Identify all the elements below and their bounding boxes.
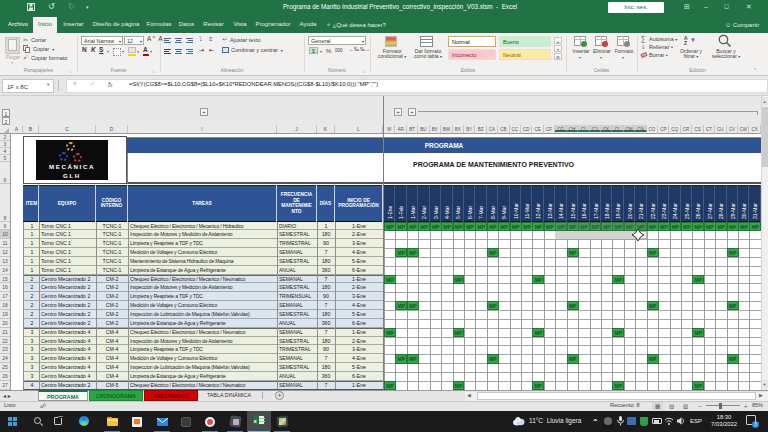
svg-text:21-Mar: 21-Mar — [638, 203, 644, 219]
svg-text:12-Mar: 12-Mar — [535, 203, 541, 219]
svg-text:5-Mar: 5-Mar — [455, 206, 461, 219]
svg-text:15-Mar: 15-Mar — [570, 203, 576, 219]
svg-text:8-Mar: 8-Mar — [490, 206, 496, 219]
svg-text:27-Mar: 27-Mar — [707, 203, 713, 219]
svg-text:1-Mar: 1-Mar — [410, 206, 416, 219]
svg-text:1-Feb: 1-Feb — [398, 206, 404, 219]
svg-text:20-Mar: 20-Mar — [627, 203, 633, 219]
svg-text:6-Mar: 6-Mar — [467, 206, 473, 219]
svg-text:26-Mar: 26-Mar — [695, 203, 701, 219]
svg-text:23-Mar: 23-Mar — [661, 203, 667, 219]
svg-text:1-Ene: 1-Ene — [387, 205, 393, 219]
svg-text:30-Mar: 30-Mar — [741, 203, 747, 219]
svg-text:28-Mar: 28-Mar — [718, 203, 724, 219]
svg-text:19-Mar: 19-Mar — [615, 203, 621, 219]
svg-text:25-Mar: 25-Mar — [684, 203, 690, 219]
svg-text:9-Mar: 9-Mar — [501, 206, 507, 219]
svg-text:29-Mar: 29-Mar — [730, 203, 736, 219]
svg-text:22-Mar: 22-Mar — [650, 203, 656, 219]
svg-text:17-Mar: 17-Mar — [593, 203, 599, 219]
svg-text:11-Mar: 11-Mar — [524, 203, 530, 219]
svg-text:24-Mar: 24-Mar — [672, 203, 678, 219]
svg-text:10-Mar: 10-Mar — [513, 203, 519, 219]
svg-text:3-Mar: 3-Mar — [433, 206, 439, 219]
svg-text:13-Mar: 13-Mar — [547, 203, 553, 219]
svg-text:14-Mar: 14-Mar — [558, 203, 564, 219]
svg-text:4-Mar: 4-Mar — [444, 206, 450, 219]
svg-text:7-Mar: 7-Mar — [478, 206, 484, 219]
svg-text:2-Mar: 2-Mar — [421, 206, 427, 219]
svg-text:16-Mar: 16-Mar — [581, 203, 587, 219]
svg-text:31-Mar: 31-Mar — [752, 203, 758, 219]
svg-text:18-Mar: 18-Mar — [604, 203, 610, 219]
